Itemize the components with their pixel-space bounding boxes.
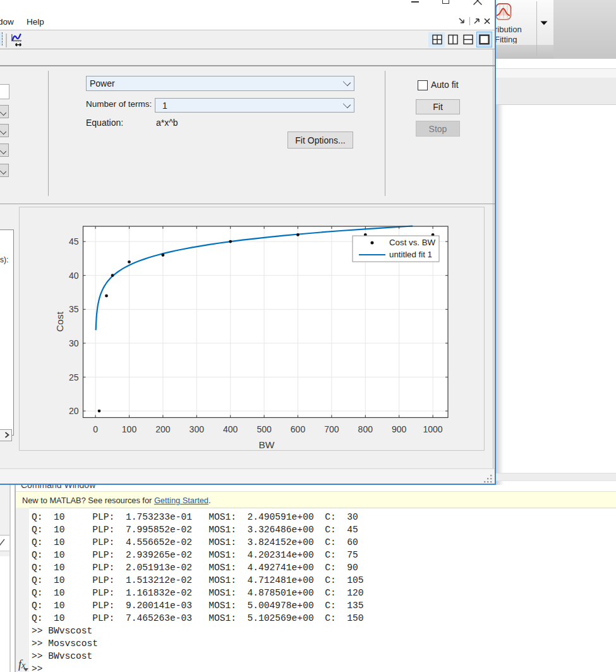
svg-text:1000: 1000 (423, 424, 443, 434)
svg-text:0: 0 (93, 424, 98, 434)
svg-text:35: 35 (69, 304, 79, 314)
svg-text:30: 30 (69, 338, 79, 348)
svg-text:Cost vs. BW: Cost vs. BW (389, 238, 436, 247)
svg-text:25: 25 (69, 372, 79, 382)
svg-text:Cost: Cost (54, 311, 65, 332)
svg-text:900: 900 (392, 424, 407, 434)
svg-text:100: 100 (122, 424, 137, 434)
svg-text:600: 600 (291, 424, 306, 434)
svg-text:20: 20 (69, 406, 79, 416)
svg-text:400: 400 (223, 424, 238, 434)
svg-text:500: 500 (257, 424, 272, 434)
svg-text:800: 800 (358, 424, 373, 434)
svg-text:untitled fit 1: untitled fit 1 (389, 250, 432, 259)
svg-text:700: 700 (324, 424, 339, 434)
svg-text:45: 45 (69, 236, 79, 247)
svg-text:BW: BW (259, 439, 275, 450)
svg-text:200: 200 (155, 424, 171, 434)
svg-text:40: 40 (69, 271, 79, 281)
svg-text:300: 300 (190, 424, 205, 434)
